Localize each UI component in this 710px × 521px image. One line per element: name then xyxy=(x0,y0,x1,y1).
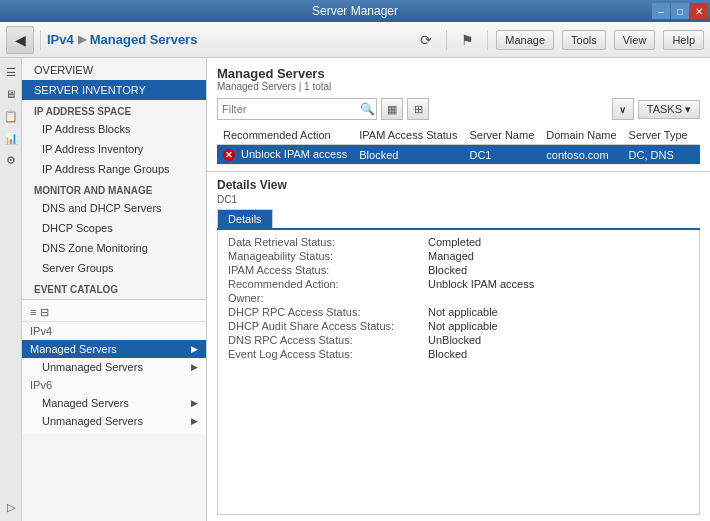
details-panel: Details View DC1 Details Data Retrieval … xyxy=(207,172,710,521)
sidebar-item-dns-zone[interactable]: DNS Zone Monitoring xyxy=(22,238,206,258)
toolbar-divider xyxy=(40,30,41,50)
col-domain-name[interactable]: Domain Name xyxy=(540,126,622,145)
table-body: ✕ Unblock IPAM access Blocked DC1 contos… xyxy=(217,145,700,165)
details-title: Details View xyxy=(217,178,700,192)
tasks-dropdown-icon: ▾ xyxy=(685,103,691,116)
tree-unmanaged-servers-ipv4[interactable]: Unmanaged Servers ▶ xyxy=(22,358,206,376)
tab-details[interactable]: Details xyxy=(217,209,273,228)
sidebar-item-ip-inventory[interactable]: IP Address Inventory xyxy=(22,139,206,159)
breadcrumb-managed[interactable]: Managed Servers xyxy=(90,32,198,47)
filter-view-btn[interactable]: ▦ xyxy=(381,98,403,120)
view-menu[interactable]: View xyxy=(614,30,656,50)
col-ip-address[interactable]: IP Address xyxy=(694,126,700,145)
tree-tree-icon[interactable]: ⊟ xyxy=(40,306,49,319)
app-title: Server Manager xyxy=(312,4,398,18)
sidebar-item-overview[interactable]: OVERVIEW xyxy=(22,60,206,80)
filter-options-btn[interactable]: ⊞ xyxy=(407,98,429,120)
filter-bar: 🔍 ▦ ⊞ ∨ TASKS ▾ xyxy=(217,98,700,120)
sidebar-tree-section: ≡ ⊟ IPv4 Managed Servers ▶ Unmanaged Ser… xyxy=(22,299,206,434)
refresh-icon[interactable]: ⟳ xyxy=(414,28,438,52)
table-row[interactable]: ✕ Unblock IPAM access Blocked DC1 contos… xyxy=(217,145,700,165)
sidebar-item-server-groups[interactable]: Server Groups xyxy=(22,258,206,278)
side-icon-5[interactable]: ⚙ xyxy=(3,152,19,168)
title-bar: Server Manager – □ ✕ xyxy=(0,0,710,22)
tree-list-icon[interactable]: ≡ xyxy=(30,306,36,319)
tree-managed-servers-ipv4[interactable]: Managed Servers ▶ xyxy=(22,340,206,358)
sidebar-section-main: OVERVIEW SERVER INVENTORY IP ADDRESS SPA… xyxy=(22,58,206,299)
detail-row-4: Owner: xyxy=(228,292,689,304)
sidebar-item-ip-range-groups[interactable]: IP Address Range Groups xyxy=(22,159,206,179)
maximize-button[interactable]: □ xyxy=(671,3,689,19)
side-icons-panel: ☰ 🖥 📋 📊 ⚙ ▷ xyxy=(0,58,22,521)
sidebar-item-ip-blocks[interactable]: IP Address Blocks xyxy=(22,119,206,139)
panel-subtitle: Managed Servers | 1 total xyxy=(217,81,700,92)
sidebar-section-event: EVENT CATALOG xyxy=(22,278,206,297)
managed-servers-panel: Managed Servers Managed Servers | 1 tota… xyxy=(207,58,710,172)
tree-ipv6-label: IPv6 xyxy=(22,376,206,394)
tree-item-label: Unmanaged Servers xyxy=(42,415,143,427)
side-icon-expand[interactable]: ▷ xyxy=(3,499,19,515)
col-ipam-access-status[interactable]: IPAM Access Status xyxy=(353,126,463,145)
main-container: ☰ 🖥 📋 📊 ⚙ ▷ OVERVIEW SERVER INVENTORY IP… xyxy=(0,58,710,521)
sidebar-item-dns-dhcp[interactable]: DNS and DHCP Servers xyxy=(22,198,206,218)
side-icon-1[interactable]: ☰ xyxy=(3,64,19,80)
detail-row-2: IPAM Access Status: Blocked xyxy=(228,264,689,276)
window-controls: – □ ✕ xyxy=(652,3,708,19)
search-icon: 🔍 xyxy=(360,102,375,116)
tools-menu[interactable]: Tools xyxy=(562,30,606,50)
tasks-btn-area: TASKS ▾ xyxy=(638,100,700,119)
detail-row-8: Event Log Access Status: Blocked xyxy=(228,348,689,360)
detail-row-0: Data Retrieval Status: Completed xyxy=(228,236,689,248)
toolbar-right: ⟳ ⚑ Manage Tools View Help xyxy=(414,28,704,52)
expand-panel-btn[interactable]: ∨ xyxy=(612,98,634,120)
cell-recommended-action: ✕ Unblock IPAM access xyxy=(217,145,353,165)
breadcrumb-ipv4[interactable]: IPv4 xyxy=(47,32,74,47)
filter-input[interactable] xyxy=(222,103,360,115)
manage-menu[interactable]: Manage xyxy=(496,30,554,50)
close-button[interactable]: ✕ xyxy=(690,3,708,19)
sidebar-item-dhcp-scopes[interactable]: DHCP Scopes xyxy=(22,218,206,238)
cell-domain-name: contoso.com xyxy=(540,145,622,165)
back-button[interactable]: ◀ xyxy=(6,26,34,54)
tree-item-label: Managed Servers xyxy=(42,397,129,409)
minimize-button[interactable]: – xyxy=(652,3,670,19)
tree-arrow-1: ▶ xyxy=(191,344,198,354)
cell-ipam-status: Blocked xyxy=(353,145,463,165)
detail-row-1: Manageability Status: Managed xyxy=(228,250,689,262)
tasks-button[interactable]: TASKS ▾ xyxy=(638,100,700,119)
toolbar: ◀ IPv4 ▶ Managed Servers ⟳ ⚑ Manage Tool… xyxy=(0,22,710,58)
side-icon-3[interactable]: 📋 xyxy=(3,108,19,124)
panel-title: Managed Servers xyxy=(217,66,700,81)
toolbar-divider3 xyxy=(487,30,488,50)
flag-icon[interactable]: ⚑ xyxy=(455,28,479,52)
detail-row-7: DNS RPC Access Status: UnBlocked xyxy=(228,334,689,346)
detail-row-5: DHCP RPC Access Status: Not applicable xyxy=(228,306,689,318)
help-menu[interactable]: Help xyxy=(663,30,704,50)
cell-server-name: DC1 xyxy=(463,145,540,165)
tree-unmanaged-servers-ipv6[interactable]: Unmanaged Servers ▶ xyxy=(22,412,206,430)
cell-ip-address: 10.0.0.1 xyxy=(694,145,700,165)
filter-input-wrapper: 🔍 xyxy=(217,98,377,120)
server-table-wrapper: Recommended Action IPAM Access Status Se… xyxy=(217,126,700,165)
table-header: Recommended Action IPAM Access Status Se… xyxy=(217,126,700,145)
tree-arrow-4: ▶ xyxy=(191,416,198,426)
side-icon-2[interactable]: 🖥 xyxy=(3,86,19,102)
tree-managed-servers-ipv6[interactable]: Managed Servers ▶ xyxy=(22,394,206,412)
toolbar-divider2 xyxy=(446,30,447,50)
details-content: Data Retrieval Status: Completed Managea… xyxy=(217,230,700,515)
tree-toolbar: ≡ ⊟ xyxy=(22,304,206,322)
col-recommended-action[interactable]: Recommended Action xyxy=(217,126,353,145)
tree-item-label: Unmanaged Servers xyxy=(42,361,143,373)
sidebar-item-server-inventory[interactable]: SERVER INVENTORY xyxy=(22,80,206,100)
sidebar-section-monitor: MONITOR AND MANAGE xyxy=(22,179,206,198)
col-server-type[interactable]: Server Type xyxy=(623,126,694,145)
sidebar: OVERVIEW SERVER INVENTORY IP ADDRESS SPA… xyxy=(22,58,207,521)
side-icon-4[interactable]: 📊 xyxy=(3,130,19,146)
detail-row-6: DHCP Audit Share Access Status: Not appl… xyxy=(228,320,689,332)
error-icon: ✕ xyxy=(223,149,235,161)
details-tabs: Details xyxy=(217,209,700,230)
tree-ipv4-label: IPv4 xyxy=(22,322,206,340)
breadcrumb: IPv4 ▶ Managed Servers xyxy=(47,32,410,47)
details-server-name: DC1 xyxy=(217,194,700,205)
col-server-name[interactable]: Server Name xyxy=(463,126,540,145)
